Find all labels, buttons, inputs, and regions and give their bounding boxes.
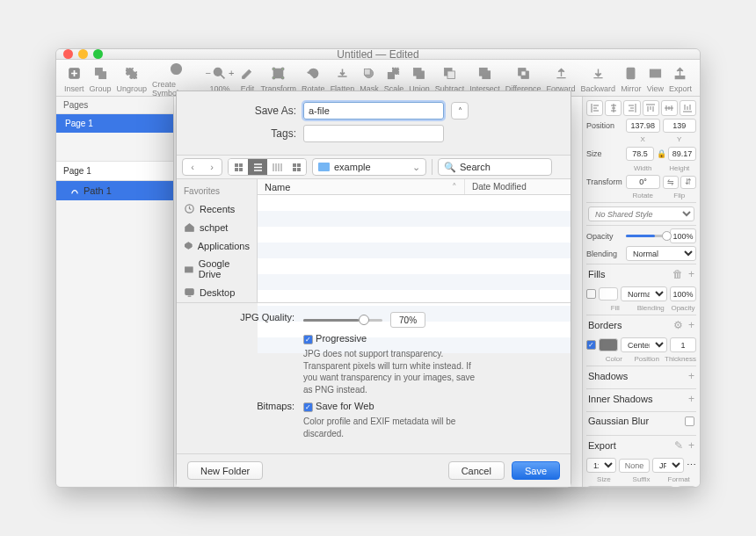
add-border[interactable]: + bbox=[688, 319, 694, 331]
sb-recents[interactable]: Recents bbox=[177, 199, 257, 218]
transform-icon[interactable] bbox=[271, 65, 287, 81]
mirror-icon[interactable] bbox=[623, 65, 639, 81]
pages-header: Pages bbox=[56, 97, 173, 114]
shared-style-select[interactable]: No Shared Style bbox=[588, 206, 694, 221]
rotate-icon[interactable] bbox=[305, 65, 321, 81]
progressive-check[interactable]: ✓ bbox=[303, 335, 313, 344]
dialog-footer: New Folder Cancel Save bbox=[177, 453, 571, 487]
add-export[interactable]: + bbox=[688, 439, 694, 452]
align-hcenter[interactable] bbox=[605, 100, 622, 116]
border-settings[interactable]: ⚙ bbox=[673, 319, 683, 331]
svg-rect-24 bbox=[235, 163, 238, 167]
export-button[interactable]: Export Path 1 bbox=[586, 486, 674, 488]
export-knife[interactable]: ✎ bbox=[674, 439, 683, 452]
export-more[interactable]: ⋯ bbox=[687, 460, 696, 471]
blur-check[interactable] bbox=[685, 416, 694, 426]
view-columns[interactable] bbox=[267, 159, 287, 175]
flatten-icon[interactable] bbox=[334, 65, 350, 81]
scale-icon[interactable] bbox=[386, 65, 402, 81]
flip-h[interactable]: ⇋ bbox=[663, 176, 679, 189]
new-folder-button[interactable]: New Folder bbox=[187, 461, 263, 480]
saveweb-check[interactable]: ✓ bbox=[303, 402, 313, 412]
location-select[interactable]: example⌄ bbox=[312, 158, 426, 176]
view-icons[interactable] bbox=[229, 159, 248, 175]
group-icon[interactable] bbox=[92, 65, 108, 81]
export-scale[interactable]: 1x bbox=[586, 458, 616, 473]
save-button[interactable]: Save bbox=[512, 461, 560, 480]
pos-x-input[interactable] bbox=[626, 119, 660, 133]
sb-desktop[interactable]: Desktop bbox=[177, 283, 257, 301]
add-shadow[interactable]: + bbox=[688, 370, 694, 382]
col-name[interactable]: Name ˄ bbox=[258, 179, 465, 194]
tags-input[interactable] bbox=[303, 125, 444, 142]
union-icon[interactable] bbox=[411, 65, 427, 81]
add-inner-shadow[interactable]: + bbox=[688, 393, 694, 405]
align-bottom[interactable] bbox=[680, 100, 696, 116]
page-item[interactable]: Page 1 bbox=[56, 114, 173, 133]
sb-applications[interactable]: Applications bbox=[177, 236, 257, 255]
col-date[interactable]: Date Modified bbox=[465, 179, 571, 194]
layer-header[interactable]: Page 1 bbox=[56, 161, 173, 181]
search-field[interactable]: 🔍Search bbox=[438, 158, 552, 176]
flip-v[interactable]: ⇵ bbox=[680, 176, 696, 189]
layer-item[interactable]: Path 1 bbox=[56, 181, 173, 200]
ungroup-icon[interactable] bbox=[124, 65, 140, 81]
options: JPG Quality: ✓ Progressive JPG does not … bbox=[177, 302, 571, 453]
align-vcenter[interactable] bbox=[661, 100, 678, 116]
blend-select[interactable]: Normal bbox=[626, 246, 696, 261]
border-check[interactable]: ✓ bbox=[586, 340, 596, 350]
sb-home[interactable]: schpet bbox=[177, 218, 257, 236]
lock-icon[interactable]: 🔒 bbox=[657, 146, 665, 162]
opacity-input[interactable] bbox=[670, 228, 696, 243]
border-width[interactable] bbox=[670, 337, 696, 352]
mask-icon[interactable] bbox=[361, 65, 377, 81]
border-pos[interactable]: Center bbox=[621, 337, 667, 352]
add-fill[interactable]: + bbox=[688, 268, 694, 280]
svg-rect-27 bbox=[239, 168, 243, 171]
collapse-button[interactable]: ˄ bbox=[451, 102, 469, 120]
nav-forward[interactable]: › bbox=[202, 159, 222, 175]
align-top[interactable] bbox=[643, 100, 659, 116]
view-icon[interactable] bbox=[647, 65, 663, 81]
folder-icon bbox=[318, 163, 330, 171]
export-suffix[interactable] bbox=[619, 459, 650, 473]
height-input[interactable] bbox=[668, 147, 696, 161]
svg-rect-2 bbox=[98, 71, 105, 78]
view-gallery[interactable] bbox=[287, 159, 306, 175]
difference-icon[interactable] bbox=[515, 65, 531, 81]
filename-input[interactable] bbox=[303, 102, 444, 120]
width-input[interactable] bbox=[626, 147, 654, 161]
forward-icon[interactable] bbox=[553, 65, 569, 81]
save-dialog: Save As:˄ Tags: ‹› example⌄ 🔍Search Favo… bbox=[176, 91, 571, 488]
cancel-button[interactable]: Cancel bbox=[448, 461, 505, 480]
symbol-icon[interactable] bbox=[168, 61, 184, 76]
fill-check[interactable] bbox=[586, 289, 596, 299]
rotate-input[interactable] bbox=[626, 175, 660, 189]
insert-icon[interactable] bbox=[66, 65, 82, 81]
backward-icon[interactable] bbox=[590, 65, 606, 81]
filter-input[interactable] bbox=[61, 487, 169, 488]
fill-blend[interactable]: Normal bbox=[621, 286, 667, 301]
svg-rect-25 bbox=[239, 163, 243, 167]
share-button[interactable] bbox=[677, 486, 696, 488]
export-icon[interactable] bbox=[672, 65, 688, 81]
jpg-quality-slider[interactable] bbox=[303, 319, 382, 322]
remove-fill[interactable]: 🗑 bbox=[672, 268, 683, 280]
jpg-quality-input[interactable] bbox=[390, 312, 425, 328]
subtract-icon[interactable] bbox=[441, 65, 457, 81]
view-list[interactable] bbox=[248, 159, 267, 175]
jpg-note: JPG does not support transparency. Trans… bbox=[303, 348, 479, 395]
nav-back[interactable]: ‹ bbox=[183, 159, 202, 175]
zoom-icon[interactable] bbox=[212, 65, 228, 81]
align-left[interactable] bbox=[586, 100, 603, 116]
align-right[interactable] bbox=[623, 100, 640, 116]
sb-gdrive[interactable]: Google Drive bbox=[177, 255, 257, 283]
fill-swatch[interactable] bbox=[599, 287, 618, 301]
export-format[interactable]: JPG bbox=[652, 458, 684, 473]
opacity-slider[interactable] bbox=[626, 235, 667, 237]
edit-icon[interactable] bbox=[239, 65, 255, 81]
intersect-icon[interactable] bbox=[476, 65, 492, 81]
pos-y-input[interactable] bbox=[663, 119, 697, 133]
fill-opacity[interactable] bbox=[670, 286, 696, 301]
border-swatch[interactable] bbox=[599, 338, 618, 351]
